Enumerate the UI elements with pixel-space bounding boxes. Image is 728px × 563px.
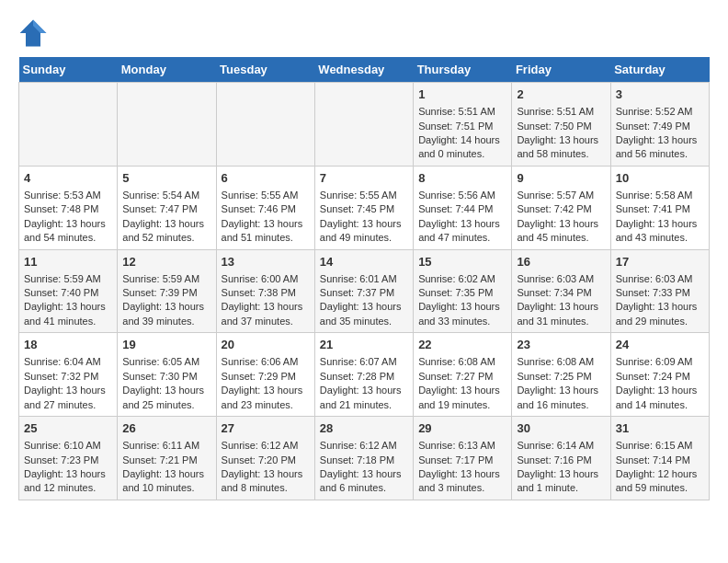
day-info: Daylight: 13 hours	[616, 133, 704, 147]
calendar-cell: 4Sunrise: 5:53 AMSunset: 7:48 PMDaylight…	[19, 166, 118, 249]
day-info: Sunset: 7:47 PM	[122, 202, 210, 216]
day-info: Sunset: 7:35 PM	[418, 286, 506, 300]
calendar-cell: 17Sunrise: 6:03 AMSunset: 7:33 PMDayligh…	[610, 249, 709, 333]
day-info: Daylight: 13 hours	[222, 300, 310, 314]
calendar-cell: 16Sunrise: 6:03 AMSunset: 7:34 PMDayligh…	[512, 249, 610, 333]
day-info: Daylight: 13 hours	[222, 384, 310, 397]
day-info: Sunrise: 5:52 AM	[616, 105, 704, 119]
calendar-cell: 9Sunrise: 5:57 AMSunset: 7:42 PMDaylight…	[512, 166, 610, 249]
day-number: 3	[616, 86, 704, 103]
day-info: Daylight: 13 hours	[24, 300, 112, 314]
day-info: Daylight: 13 hours	[320, 217, 408, 231]
calendar-cell: 26Sunrise: 6:11 AMSunset: 7:21 PMDayligh…	[118, 417, 216, 500]
day-info: Daylight: 13 hours	[517, 217, 605, 231]
day-number: 21	[320, 337, 408, 353]
day-info: and 8 minutes.	[222, 481, 310, 495]
day-number: 6	[222, 170, 310, 187]
day-info: Daylight: 13 hours	[222, 217, 310, 231]
calendar-cell: 29Sunrise: 6:13 AMSunset: 7:17 PMDayligh…	[414, 417, 512, 500]
day-info: Sunset: 7:40 PM	[24, 286, 112, 300]
calendar-cell: 1Sunrise: 5:51 AMSunset: 7:51 PMDaylight…	[414, 83, 512, 167]
day-info: and 52 minutes.	[122, 231, 210, 245]
day-info: Sunrise: 5:56 AM	[418, 189, 506, 202]
day-number: 4	[24, 170, 112, 187]
day-info: and 37 minutes.	[222, 315, 310, 328]
day-info: Daylight: 13 hours	[122, 384, 210, 397]
day-info: Daylight: 13 hours	[24, 467, 112, 481]
day-info: and 14 minutes.	[616, 398, 704, 412]
day-info: Sunrise: 5:51 AM	[418, 105, 506, 119]
calendar-cell: 23Sunrise: 6:08 AMSunset: 7:25 PMDayligh…	[512, 333, 610, 417]
day-number: 27	[222, 420, 310, 437]
calendar-table: SundayMondayTuesdayWednesdayThursdayFrid…	[18, 57, 710, 500]
day-number: 10	[616, 170, 704, 187]
day-info: and 23 minutes.	[222, 398, 310, 412]
day-number: 1	[418, 86, 506, 103]
day-info: Sunrise: 6:15 AM	[616, 439, 704, 453]
calendar-cell: 3Sunrise: 5:52 AMSunset: 7:49 PMDaylight…	[610, 83, 709, 167]
day-info: Sunset: 7:45 PM	[320, 202, 408, 216]
header-thursday: Thursday	[414, 57, 512, 83]
day-info: Daylight: 13 hours	[517, 467, 605, 481]
calendar-cell	[314, 83, 413, 167]
logo-icon	[18, 18, 48, 48]
day-number: 2	[517, 86, 605, 103]
calendar-cell: 7Sunrise: 5:55 AMSunset: 7:45 PMDaylight…	[314, 166, 413, 249]
calendar-cell: 2Sunrise: 5:51 AMSunset: 7:50 PMDaylight…	[512, 83, 610, 167]
day-info: Sunrise: 6:08 AM	[517, 355, 605, 369]
calendar-cell: 8Sunrise: 5:56 AMSunset: 7:44 PMDaylight…	[414, 166, 512, 249]
day-info: Daylight: 13 hours	[24, 384, 112, 397]
day-info: Sunset: 7:20 PM	[222, 454, 310, 467]
day-info: Sunrise: 6:00 AM	[222, 272, 310, 286]
day-number: 22	[418, 337, 506, 353]
calendar-cell: 30Sunrise: 6:14 AMSunset: 7:16 PMDayligh…	[512, 417, 610, 500]
calendar-week-5: 25Sunrise: 6:10 AMSunset: 7:23 PMDayligh…	[19, 417, 710, 500]
header-monday: Monday	[118, 57, 216, 83]
day-info: Sunset: 7:23 PM	[24, 454, 112, 467]
day-info: Sunset: 7:25 PM	[517, 370, 605, 384]
day-number: 11	[24, 254, 112, 270]
day-number: 20	[222, 337, 310, 353]
day-info: Sunrise: 6:04 AM	[24, 355, 112, 369]
day-info: Daylight: 13 hours	[320, 300, 408, 314]
day-number: 24	[616, 337, 704, 353]
day-number: 16	[517, 254, 605, 270]
day-info: Sunrise: 6:03 AM	[616, 272, 704, 286]
day-number: 13	[222, 254, 310, 270]
day-info: Sunrise: 5:57 AM	[517, 189, 605, 202]
day-info: Sunrise: 6:05 AM	[122, 355, 210, 369]
day-number: 5	[122, 170, 210, 187]
day-info: Sunrise: 5:58 AM	[616, 189, 704, 202]
day-info: and 25 minutes.	[122, 398, 210, 412]
day-number: 30	[517, 420, 605, 437]
day-info: Sunset: 7:41 PM	[616, 202, 704, 216]
header-wednesday: Wednesday	[314, 57, 413, 83]
day-info: and 59 minutes.	[616, 481, 704, 495]
day-info: Sunrise: 6:07 AM	[320, 355, 408, 369]
header-saturday: Saturday	[610, 57, 709, 83]
day-info: and 31 minutes.	[517, 315, 605, 328]
day-info: Sunrise: 5:55 AM	[320, 189, 408, 202]
day-info: Sunrise: 6:03 AM	[517, 272, 605, 286]
day-info: Sunset: 7:18 PM	[320, 454, 408, 467]
day-info: and 3 minutes.	[418, 481, 506, 495]
calendar-cell: 11Sunrise: 5:59 AMSunset: 7:40 PMDayligh…	[19, 249, 118, 333]
day-info: Sunrise: 5:59 AM	[122, 272, 210, 286]
day-info: Daylight: 13 hours	[122, 467, 210, 481]
day-info: Daylight: 13 hours	[24, 217, 112, 231]
day-info: and 12 minutes.	[24, 481, 112, 495]
day-info: and 33 minutes.	[418, 315, 506, 328]
day-number: 26	[122, 420, 210, 437]
day-info: Daylight: 13 hours	[616, 384, 704, 397]
calendar-cell	[216, 83, 314, 167]
header-friday: Friday	[512, 57, 610, 83]
day-info: Sunrise: 6:06 AM	[222, 355, 310, 369]
day-info: and 51 minutes.	[222, 231, 310, 245]
day-info: and 45 minutes.	[517, 231, 605, 245]
day-number: 25	[24, 420, 112, 437]
day-info: and 58 minutes.	[517, 147, 605, 161]
day-number: 31	[616, 420, 704, 437]
day-info: and 41 minutes.	[24, 315, 112, 328]
day-info: Sunset: 7:39 PM	[122, 286, 210, 300]
day-info: Daylight: 13 hours	[418, 300, 506, 314]
